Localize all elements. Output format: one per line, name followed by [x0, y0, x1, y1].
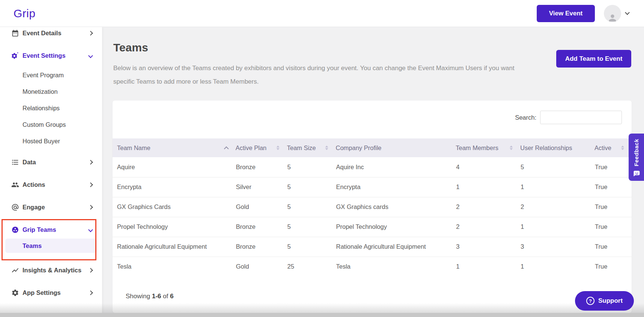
table-cell: 5 [287, 237, 336, 257]
main-content: Teams Below is an overview of the Teams … [102, 27, 644, 317]
column-label: Company Profile [336, 144, 381, 152]
table-cell: 2 [456, 217, 520, 237]
column-header-user-relationships[interactable]: User Relationships [520, 138, 594, 157]
feedback-label: Feedback [633, 139, 639, 166]
feedback-tab[interactable]: Feedback [629, 134, 644, 181]
sidebar-subitem-event-program[interactable]: Event Program [0, 70, 102, 80]
page-description: Below is an overview of the Teams create… [113, 62, 530, 89]
table-row[interactable]: GX Graphics CardsGold5GX Graphics cards2… [113, 197, 632, 217]
gear-icon [11, 289, 19, 297]
feedback-chat-icon [633, 170, 640, 177]
subitem-label: Event Program [23, 72, 64, 79]
table-cell: Tesla [113, 257, 236, 276]
table-cell: True [594, 157, 632, 177]
sidebar-subitem-relationships[interactable]: Relationships [0, 103, 102, 113]
column-label: Team Size [287, 144, 316, 152]
search-label: Search: [515, 114, 536, 121]
sort-icon [325, 146, 328, 150]
table-cell: True [594, 197, 632, 217]
sidebar-item-label: Data [23, 159, 36, 166]
column-header-team-size[interactable]: Team Size [287, 138, 336, 157]
question-mark-icon: ? [586, 297, 594, 305]
subitem-label: Custom Groups [23, 121, 66, 128]
grip-logo[interactable]: Grip [14, 7, 36, 20]
table-row[interactable]: TeslaGold25Tesla11True [113, 257, 632, 276]
search-input[interactable] [540, 111, 622, 124]
gear-sparkle-icon [11, 52, 19, 60]
subitem-label: Hosted Buyer [23, 138, 60, 145]
table-cell: Rationale Agricultural Equipment [113, 237, 236, 257]
sidebar-subitem-monetization[interactable]: Monetization [0, 86, 102, 97]
table-cell: 1 [520, 177, 594, 197]
avatar-person-icon [607, 13, 618, 22]
table-cell: Gold [236, 197, 287, 217]
sidebar-item-insights-analytics[interactable]: Insights & Analytics [0, 265, 102, 275]
chevron-right-icon [88, 160, 93, 165]
table-cell: 2 [520, 197, 594, 217]
sidebar-subitem-hosted-buyer[interactable]: Hosted Buyer [0, 136, 102, 146]
table-cell: True [594, 217, 632, 237]
search-row: Search: [515, 111, 622, 124]
table-cell: 3 [520, 237, 594, 257]
table-cell: 4 [456, 157, 520, 177]
table-cell: 1 [520, 257, 594, 276]
table-cell: Bronze [236, 217, 287, 237]
table-cell: Propel Technology [336, 217, 456, 237]
summary-showing: Showing [126, 293, 150, 300]
avatar[interactable] [604, 5, 621, 22]
table-cell: Encrypta [336, 177, 456, 197]
sidebar-item-engage[interactable]: Engage [0, 202, 102, 212]
calendar-icon [11, 29, 19, 37]
sidebar-item-label: Grip Teams [23, 226, 56, 233]
table-cell: 3 [456, 237, 520, 257]
table-row[interactable]: Propel TechnologyBronze5Propel Technolog… [113, 217, 632, 237]
add-team-to-event-button[interactable]: Add Team to Event [556, 50, 631, 68]
team-circle-icon [11, 226, 19, 234]
summary-range: 1-6 [152, 293, 161, 300]
chevron-right-icon [88, 31, 93, 36]
sidebar-item-event-details[interactable]: Event Details [0, 28, 102, 38]
chevron-down-icon[interactable] [625, 10, 630, 15]
table-cell: 5 [520, 157, 594, 177]
grip-teams-highlight-group: Grip Teams Teams [0, 218, 102, 253]
sidebar-item-event-settings[interactable]: Event Settings [0, 50, 102, 61]
sidebar: Event Details Event Settings Event Progr… [0, 27, 102, 317]
table-cell: 5 [287, 177, 336, 197]
support-label: Support [598, 297, 623, 305]
chevron-right-icon [88, 290, 93, 295]
sidebar-subitem-teams-selected[interactable]: Teams [5, 239, 97, 253]
column-header-team-name[interactable]: Team Name [113, 138, 236, 157]
table-row[interactable]: Rationale Agricultural EquipmentBronze5R… [113, 237, 632, 257]
sidebar-item-label: Event Settings [23, 52, 66, 59]
sidebar-item-app-settings[interactable]: App Settings [0, 287, 102, 298]
column-label: Active Plan [236, 144, 267, 152]
table-cell: 5 [287, 217, 336, 237]
sidebar-item-grip-teams[interactable]: Grip Teams [0, 224, 102, 235]
chevron-right-icon [88, 268, 93, 273]
column-header-active-plan[interactable]: Active Plan [236, 138, 287, 157]
view-event-button[interactable]: View Event [537, 5, 595, 22]
sidebar-subitem-custom-groups[interactable]: Custom Groups [0, 119, 102, 130]
table-row[interactable]: EncryptaSilver5Encrypta11True [113, 177, 632, 197]
table-cell: 1 [520, 217, 594, 237]
sidebar-item-label: App Settings [23, 289, 61, 296]
support-button[interactable]: ? Support [575, 291, 634, 311]
people-icon [11, 181, 19, 189]
table-row[interactable]: AquireBronze5Aquire Inc45True [113, 157, 632, 177]
column-header-company-profile[interactable]: Company Profile [336, 138, 456, 157]
sidebar-item-data[interactable]: Data [0, 157, 102, 167]
column-header-team-members[interactable]: Team Members [456, 138, 520, 157]
sidebar-item-actions[interactable]: Actions [0, 179, 102, 190]
column-label: Team Members [456, 144, 498, 152]
column-label: User Relationships [520, 144, 572, 152]
sidebar-item-label: Insights & Analytics [23, 267, 81, 274]
column-label: Active [594, 144, 611, 152]
table-cell: True [594, 237, 632, 257]
table-cell: GX Graphics cards [336, 197, 456, 217]
subitem-label: Teams [23, 242, 42, 249]
table-cell: Silver [236, 177, 287, 197]
column-header-active[interactable]: Active [594, 138, 632, 157]
table-cell: Gold [236, 257, 287, 276]
sidebar-item-label: Engage [23, 204, 45, 211]
sort-icon [621, 146, 624, 150]
